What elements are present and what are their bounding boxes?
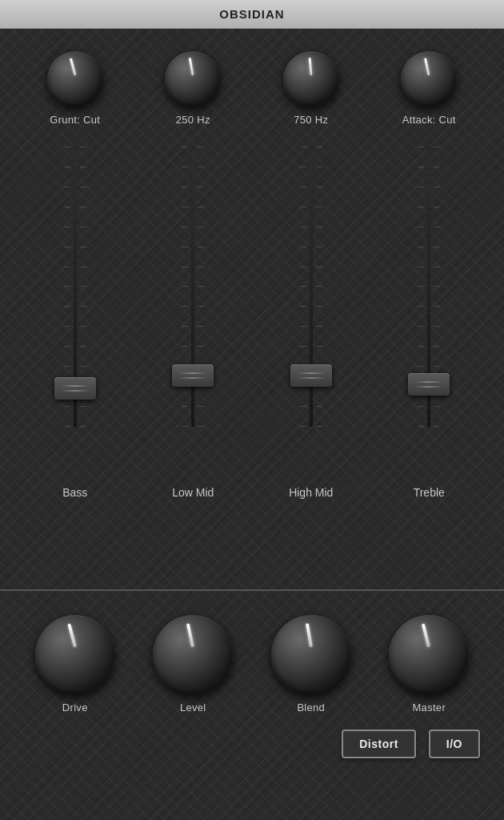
knob-grunt-cut[interactable] — [47, 51, 103, 107]
bottom-knobs-row: Drive Level Blend Master — [0, 591, 504, 722]
fader-bass-container: Bass — [27, 139, 123, 507]
knob-250hz-container: 250 Hz — [145, 51, 241, 126]
knob-master-label: Master — [412, 701, 446, 713]
fader-highmid-track[interactable] — [310, 147, 313, 427]
knob-level[interactable] — [153, 615, 233, 695]
fader-bass-track[interactable] — [74, 147, 77, 427]
top-knobs-row: Grunt: Cut 250 Hz 750 Hz Attack: Cut — [0, 29, 504, 139]
fader-bass-handle[interactable] — [54, 377, 96, 400]
fader-treble-container: Treble — [381, 139, 477, 507]
knob-750hz-container: 750 Hz — [263, 51, 359, 126]
fader-lowmid-handle[interactable] — [172, 364, 214, 387]
fader-lowmid-track-wrapper — [145, 139, 241, 480]
knob-blend[interactable] — [271, 615, 351, 695]
distort-button[interactable]: Distort — [342, 730, 416, 758]
knob-750hz[interactable] — [283, 51, 339, 107]
knob-blend-container: Blend — [263, 615, 359, 713]
knob-blend-label: Blend — [297, 701, 325, 713]
top-section: Grunt: Cut 250 Hz 750 Hz Attack: Cut — [0, 29, 504, 589]
knob-drive-container: Drive — [27, 615, 123, 713]
bottom-section: Drive Level Blend Master Distort I/O — [0, 589, 504, 820]
knob-250hz-label: 250 Hz — [176, 114, 210, 126]
fader-lowmid-label: Low Mid — [172, 486, 214, 507]
io-button[interactable]: I/O — [429, 730, 480, 758]
knob-grunt-cut-container: Grunt: Cut — [27, 51, 123, 126]
knob-level-label: Level — [180, 701, 206, 713]
knob-attack-cut-container: Attack: Cut — [381, 51, 477, 126]
fader-lowmid-track[interactable] — [191, 147, 194, 427]
title-bar: OBSIDIAN — [0, 0, 504, 29]
fader-treble-handle[interactable] — [408, 373, 450, 396]
fader-highmid-label: High Mid — [289, 486, 333, 507]
fader-highmid-handle[interactable] — [290, 364, 332, 387]
knob-drive[interactable] — [35, 615, 115, 695]
knob-master-container: Master — [381, 615, 477, 713]
knob-master[interactable] — [389, 615, 469, 695]
knob-grunt-cut-label: Grunt: Cut — [50, 114, 100, 126]
knob-750hz-label: 750 Hz — [294, 114, 328, 126]
bottom-buttons: Distort I/O — [0, 722, 504, 774]
fader-treble-track-wrapper — [381, 139, 477, 480]
knob-level-container: Level — [145, 615, 241, 713]
faders-section: Bass — [0, 139, 504, 507]
knob-drive-label: Drive — [62, 701, 88, 713]
fader-treble-track[interactable] — [427, 147, 430, 427]
fader-bass-track-wrapper — [27, 139, 123, 480]
fader-treble-label: Treble — [414, 486, 445, 507]
knob-attack-cut-label: Attack: Cut — [402, 114, 456, 126]
fader-highmid-container: High Mid — [263, 139, 359, 507]
fader-lowmid-container: Low Mid — [145, 139, 241, 507]
knob-attack-cut[interactable] — [401, 51, 457, 107]
fader-highmid-track-wrapper — [263, 139, 359, 480]
fader-bass-label: Bass — [62, 486, 87, 507]
app-title: OBSIDIAN — [219, 7, 284, 21]
knob-250hz[interactable] — [165, 51, 221, 107]
